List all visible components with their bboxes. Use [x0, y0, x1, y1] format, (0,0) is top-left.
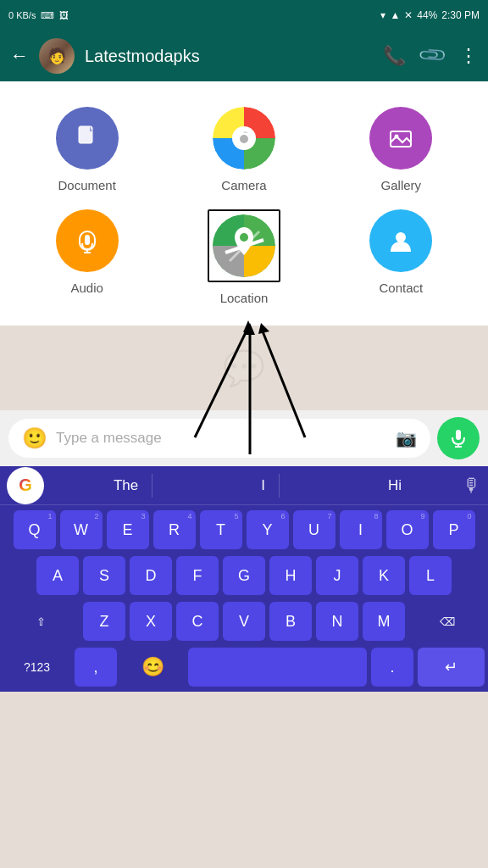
key-backspace[interactable]: ⌫: [409, 602, 485, 641]
key-z[interactable]: Z: [83, 602, 125, 641]
key-rows: Q1 W2 E3 R4 T5 Y6 U7 I8 O9 P0 A S D F G …: [0, 505, 488, 692]
audio-icon: [56, 209, 119, 272]
battery-text: 44%: [417, 9, 437, 21]
message-input-box[interactable]: 🙂 Type a message 📷: [8, 419, 430, 458]
key-k[interactable]: K: [363, 556, 405, 595]
key-v[interactable]: V: [223, 602, 265, 641]
chat-watermark: 💬: [0, 326, 488, 410]
contact-icon: [369, 209, 432, 272]
attachment-audio[interactable]: Audio: [36, 209, 138, 305]
google-logo: G: [7, 467, 44, 504]
document-label: Document: [58, 178, 115, 192]
avatar[interactable]: 🧑: [39, 38, 75, 74]
svg-point-6: [240, 135, 248, 143]
camera-icon: [213, 107, 275, 170]
key-r[interactable]: R4: [153, 510, 196, 549]
status-left: 0 KB/s ⌨ 🖼: [8, 10, 69, 21]
key-f[interactable]: F: [176, 556, 219, 595]
emoji-button[interactable]: 🙂: [22, 426, 47, 450]
message-placeholder: Type a message: [56, 430, 387, 447]
back-button[interactable]: ←: [10, 45, 29, 67]
svg-point-17: [396, 232, 406, 242]
screenshot-icon: 🖼: [59, 10, 69, 20]
key-w[interactable]: W2: [60, 510, 103, 549]
key-m[interactable]: M: [363, 602, 405, 641]
key-s[interactable]: S: [83, 556, 125, 595]
svg-point-16: [240, 233, 248, 242]
key-emoji[interactable]: 😊: [121, 648, 184, 687]
key-a[interactable]: A: [36, 556, 79, 595]
menu-button[interactable]: ⋮: [459, 45, 478, 67]
keyboard-icon: ⌨: [41, 10, 54, 21]
keyboard-suggestions: G The I Hi 🎙: [0, 466, 488, 505]
chat-header: ← 🧑 Latestmodapks 📞 📎 ⋮: [0, 31, 488, 81]
key-d[interactable]: D: [130, 556, 172, 595]
key-j[interactable]: J: [316, 556, 358, 595]
key-row-1: Q1 W2 E3 R4 T5 Y6 U7 I8 O9 P0: [3, 510, 485, 549]
key-c[interactable]: C: [176, 602, 219, 641]
attachment-gallery[interactable]: Gallery: [350, 107, 452, 192]
key-p[interactable]: P0: [433, 510, 475, 549]
attachment-document[interactable]: Document: [36, 107, 138, 192]
location-highlight-box: [208, 209, 280, 282]
location-icon: [213, 214, 275, 277]
key-comma[interactable]: ,: [75, 648, 117, 687]
status-bar: 0 KB/s ⌨ 🖼 ▾ ▲ ✕ 44% 2:30 PM: [0, 0, 488, 31]
key-row-2: A S D F G H J K L: [3, 556, 485, 595]
call-button[interactable]: 📞: [383, 45, 406, 67]
message-input-area: 🙂 Type a message 📷: [0, 410, 488, 466]
svg-rect-10: [85, 235, 90, 245]
document-icon: [56, 107, 119, 170]
attachment-menu: Document Camera: [0, 81, 488, 326]
suggestion-the[interactable]: The: [100, 474, 152, 498]
gallery-label: Gallery: [381, 178, 422, 192]
camera-label: Camera: [221, 178, 266, 192]
key-o[interactable]: O9: [386, 510, 429, 549]
time-text: 2:30 PM: [441, 9, 480, 21]
key-numbers[interactable]: ?123: [3, 648, 70, 687]
key-l[interactable]: L: [409, 556, 452, 595]
svg-rect-7: [239, 131, 244, 134]
key-g[interactable]: G: [223, 556, 265, 595]
chat-area: 💬: [0, 326, 488, 410]
contact-label: Contact: [379, 281, 423, 295]
key-n[interactable]: N: [316, 602, 358, 641]
attach-button[interactable]: 📎: [417, 40, 448, 71]
camera-input-icon[interactable]: 📷: [396, 428, 417, 448]
keyboard: G The I Hi 🎙 Q1 W2 E3 R4 T5 Y6 U7 I8 O9 …: [0, 466, 488, 692]
keyboard-mic-icon[interactable]: 🎙: [463, 475, 481, 497]
key-u[interactable]: U7: [293, 510, 336, 549]
avatar-image: 🧑: [39, 38, 75, 74]
key-b[interactable]: B: [269, 602, 312, 641]
key-t[interactable]: T5: [200, 510, 242, 549]
data-speed: 0 KB/s: [8, 10, 36, 20]
signal-x-icon: ✕: [404, 9, 413, 21]
attachment-location[interactable]: Location: [193, 209, 295, 305]
key-enter[interactable]: ↵: [418, 648, 485, 687]
contact-name[interactable]: Latestmodapks: [85, 47, 373, 66]
key-row-3: ⇧ Z X C V B N M ⌫: [3, 602, 485, 641]
key-period[interactable]: .: [371, 648, 413, 687]
gallery-icon: [369, 107, 432, 170]
svg-rect-24: [456, 430, 461, 440]
mic-button[interactable]: [437, 417, 480, 459]
audio-label: Audio: [70, 281, 103, 295]
suggestion-words: The I Hi: [53, 474, 463, 498]
key-y[interactable]: Y6: [247, 510, 289, 549]
key-h[interactable]: H: [269, 556, 312, 595]
signal-icon: ▲: [390, 9, 400, 21]
key-space[interactable]: [188, 648, 367, 687]
suggestion-hi[interactable]: Hi: [374, 474, 415, 498]
key-row-4: ?123 , 😊 . ↵: [3, 648, 485, 687]
attachment-contact[interactable]: Contact: [350, 209, 452, 305]
header-actions: 📞 📎 ⋮: [383, 45, 478, 67]
key-q[interactable]: Q1: [14, 510, 56, 549]
key-e[interactable]: E3: [107, 510, 149, 549]
attachment-camera[interactable]: Camera: [193, 107, 295, 192]
suggestion-i[interactable]: I: [247, 474, 280, 498]
key-x[interactable]: X: [130, 602, 172, 641]
key-shift[interactable]: ⇧: [3, 602, 79, 641]
wifi-icon: ▾: [380, 9, 385, 21]
status-right: ▾ ▲ ✕ 44% 2:30 PM: [380, 9, 480, 21]
key-i[interactable]: I8: [340, 510, 382, 549]
